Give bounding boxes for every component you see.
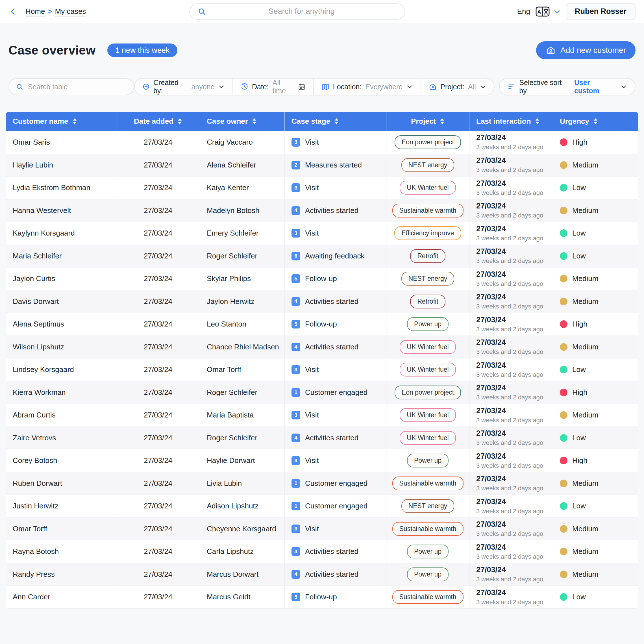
language-selector[interactable]: A [535, 6, 561, 17]
cell-case-stage: 3Visit [284, 358, 386, 381]
interaction-date: 27/03/24 [476, 520, 506, 529]
table-row[interactable]: Abram Curtis27/03/24Maria Baptista3Visit… [6, 404, 638, 427]
urgency-label: Low [572, 434, 586, 442]
filter-created-by[interactable]: Created by: anyone [135, 79, 233, 95]
sort-filter[interactable]: Selective sort by User custom [499, 78, 636, 95]
cell-case-stage: 3Visit [284, 131, 386, 154]
interaction-date: 27/03/24 [476, 384, 506, 392]
column-header-date-added[interactable]: Date added [116, 112, 200, 131]
cell-case-stage: 4Activities started [284, 336, 386, 358]
urgency-dot [560, 457, 567, 464]
breadcrumb-home-link[interactable]: Home [25, 7, 45, 16]
table-row[interactable]: Haylie Lubin27/03/24Alena Schleifer2Meas… [6, 154, 638, 177]
cell-customer-name: Haylie Lubin [6, 154, 116, 177]
sort-arrows-icon [177, 118, 182, 125]
cell-urgency: High [553, 381, 638, 404]
column-header-project[interactable]: Project [386, 112, 469, 131]
stage-label: Visit [305, 525, 319, 533]
cell-urgency: Low [553, 586, 638, 608]
column-header-case-owner[interactable]: Case owner [200, 112, 284, 131]
filter-label: Location: [333, 83, 362, 91]
stage-label: Activities started [305, 547, 358, 556]
breadcrumb-current-link[interactable]: My cases [55, 7, 86, 16]
cell-case-stage: 3Visit [284, 518, 386, 540]
filter-project[interactable]: Project: All [421, 79, 494, 95]
interaction-date: 27/03/24 [476, 225, 506, 233]
global-search-input[interactable] [206, 7, 397, 16]
cell-urgency: Medium [553, 267, 638, 290]
cell-date-added: 27/03/24 [116, 381, 200, 404]
urgency-dot [560, 343, 567, 351]
project-pill: UK Winter fuel [400, 363, 456, 377]
table-row[interactable]: Kaylynn Korsgaard27/03/24Emery Schleifer… [6, 222, 638, 245]
interaction-ago: 3 weeks and 2 days ago [476, 462, 543, 469]
column-header-customer-name[interactable]: Customer name [6, 112, 116, 131]
cell-last-interaction: 27/03/243 weeks and 2 days ago [469, 381, 553, 404]
cell-customer-name: Davis Dorwart [6, 290, 116, 313]
cell-customer-name: Lydia Ekstrom Bothman [6, 177, 116, 199]
cell-last-interaction: 27/03/243 weeks and 2 days ago [469, 267, 553, 290]
cell-case-stage: 1Customer engaged [284, 472, 386, 495]
cell-case-stage: 4Activities started [284, 563, 386, 586]
table-row[interactable]: Ruben Dorwart27/03/24Livia Lubin1Custome… [6, 472, 638, 495]
interaction-ago: 3 weeks and 2 days ago [476, 599, 543, 606]
table-row[interactable]: Justin Herwitz27/03/24Adison Lipshutz1Cu… [6, 495, 638, 517]
table-row[interactable]: Rayna Botosh27/03/24Carla Lipshutz4Activ… [6, 540, 638, 563]
table-row[interactable]: Kierra Workman27/03/24Roger Schleifer1Cu… [6, 381, 638, 404]
cell-project: Power up [386, 449, 469, 472]
stage-number-badge: 3 [291, 456, 300, 465]
table-row[interactable]: Corey Botosh27/03/24Haylie Dorwart3Visit… [6, 449, 638, 472]
table-row[interactable]: Jaylon Curtis27/03/24Skylar Philips5Foll… [6, 267, 638, 290]
history-icon [241, 83, 248, 91]
cell-customer-name: Ruben Dorwart [6, 472, 116, 495]
urgency-dot [560, 502, 567, 510]
project-pill: Sustainable warmth [392, 522, 464, 536]
table-row[interactable]: Hanna Westervelt27/03/24Madelyn Botosh4A… [6, 199, 638, 222]
cell-date-added: 27/03/24 [116, 358, 200, 381]
cell-urgency: Low [553, 495, 638, 517]
urgency-dot [560, 480, 567, 487]
table-search-input[interactable] [28, 83, 127, 91]
table-row[interactable]: Wilson Lipshutz27/03/24Chance Rhiel Mads… [6, 336, 638, 358]
project-pill: NEST energy [401, 499, 454, 513]
cell-case-stage: 4Activities started [284, 290, 386, 313]
column-header-case-stage[interactable]: Case stage [284, 112, 386, 131]
table-search[interactable] [8, 78, 134, 95]
interaction-ago: 3 weeks and 2 days ago [476, 371, 543, 378]
global-search[interactable] [189, 3, 405, 20]
urgency-dot [560, 434, 567, 442]
breadcrumb-separator: > [48, 7, 52, 16]
user-button[interactable]: Ruben Rosser [566, 3, 636, 20]
table-row[interactable]: Alena Septimus27/03/24Leo Stanton5Follow… [6, 313, 638, 336]
cell-date-added: 27/03/24 [116, 518, 200, 540]
table-row[interactable]: Randy Press27/03/24Marcus Dorwart4Activi… [6, 563, 638, 586]
cell-date-added: 27/03/24 [116, 336, 200, 358]
table-row[interactable]: Davis Dorwart27/03/24Jaylon Herwitz4Acti… [6, 290, 638, 313]
table-row[interactable]: Omar Torff27/03/24Cheyenne Korsgaard3Vis… [6, 517, 638, 540]
cell-date-added: 27/03/24 [116, 290, 200, 313]
column-header-last-interaction[interactable]: Last interaction [469, 112, 553, 131]
cell-urgency: Low [553, 245, 638, 267]
stage-label: Activities started [305, 570, 358, 579]
urgency-label: High [572, 456, 587, 465]
back-button[interactable] [8, 7, 18, 16]
project-pill: Sustainable warmth [392, 477, 464, 490]
interaction-date: 27/03/24 [476, 361, 506, 370]
table-row[interactable]: Lydia Ekstrom Bothman27/03/24Kaiya Kente… [6, 176, 638, 199]
cell-project: NEST energy [386, 267, 469, 290]
table-row[interactable]: Ann Carder27/03/24Marcus Geidt5Follow-up… [6, 586, 638, 608]
table-row[interactable]: Maria Schleifer27/03/24Roger Schleifer6A… [6, 245, 638, 267]
add-new-customer-button[interactable]: Add new customer [536, 41, 636, 59]
interaction-ago: 3 weeks and 2 days ago [476, 553, 543, 560]
cell-case-owner: Omar Torff [200, 358, 284, 381]
filter-date[interactable]: Date: All time [232, 79, 313, 95]
filter-location[interactable]: Location: Everywhere [313, 79, 421, 95]
urgency-label: Low [572, 593, 586, 601]
table-row[interactable]: Lindsey Korsgaard27/03/24Omar Torff3Visi… [6, 358, 638, 381]
interaction-ago: 3 weeks and 2 days ago [476, 576, 543, 583]
table-row[interactable]: Omar Saris27/03/24Craig Vaccaro3VisitEon… [6, 131, 638, 154]
chevron-down-icon [480, 83, 486, 90]
column-header-urgency[interactable]: Urgency [553, 112, 638, 131]
project-pill: UK Winter fuel [400, 181, 456, 195]
table-row[interactable]: Zaire Vetrovs27/03/24Roger Schleifer4Act… [6, 427, 638, 449]
